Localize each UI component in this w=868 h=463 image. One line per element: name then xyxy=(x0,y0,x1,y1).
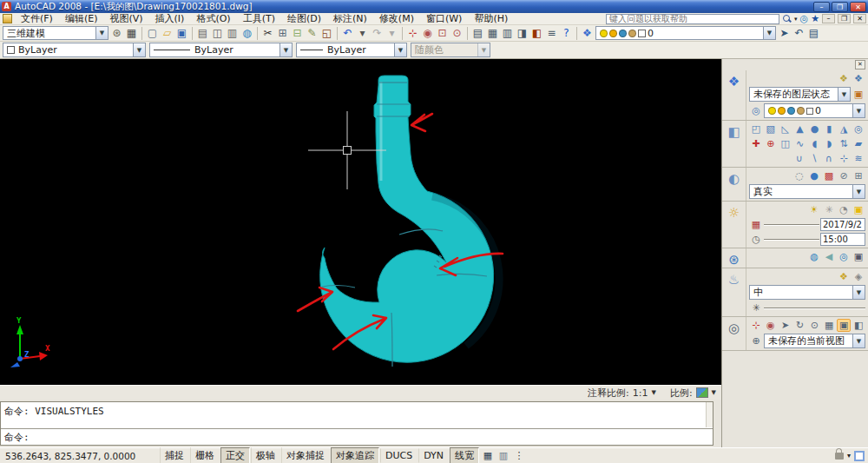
undo-icon[interactable]: ↶ xyxy=(340,26,355,40)
3ddwf-icon[interactable]: ◍ xyxy=(240,26,254,40)
layer-lock-icon[interactable] xyxy=(797,107,805,115)
menu-view[interactable]: 视图(V) xyxy=(103,13,148,24)
match-properties-icon[interactable]: ✎ xyxy=(305,26,319,40)
workspace-select[interactable]: 三维建模 ▼ xyxy=(3,26,108,40)
layer-states-manager-icon[interactable]: ❖ xyxy=(837,72,851,85)
torus-icon[interactable]: ◎ xyxy=(852,122,865,136)
model-space-icon[interactable]: ▦ xyxy=(481,450,495,462)
sheet-set-manager-icon[interactable]: ◨ xyxy=(515,26,529,40)
command-window[interactable]: 命令: VISUALSTYLES 命令: xyxy=(0,401,713,446)
make-layer-current-icon[interactable]: ➤ xyxy=(777,26,792,40)
new-spotlight-icon[interactable]: ✳ xyxy=(822,203,836,216)
help-search-input[interactable] xyxy=(606,14,779,24)
chevron-down-icon[interactable]: ▼ xyxy=(712,389,716,396)
loft-icon[interactable]: ◗ xyxy=(822,137,836,150)
help-icon[interactable]: ? xyxy=(559,26,574,40)
chevron-down-icon[interactable]: ▼ xyxy=(852,286,865,299)
face-color-icon[interactable]: ▩ xyxy=(822,169,836,182)
subtract-icon[interactable]: ∖ xyxy=(807,152,821,165)
union-icon[interactable]: ∪ xyxy=(792,152,806,165)
layer-freeze-icon[interactable] xyxy=(787,107,795,115)
layer-lock-icon[interactable] xyxy=(628,30,636,37)
chevron-down-icon[interactable]: ▼ xyxy=(852,185,865,198)
chevron-down-icon[interactable]: ▼ xyxy=(838,88,850,101)
materials-editor-icon[interactable]: ❖ xyxy=(837,270,851,283)
sphere-icon[interactable]: ● xyxy=(808,122,822,136)
doc-minimize-button[interactable]: – xyxy=(822,14,835,23)
color-select[interactable]: ByLayer ▼ xyxy=(3,43,146,57)
layers-manager-icon[interactable]: ❖ xyxy=(580,26,595,40)
render-quality-slider[interactable] xyxy=(764,304,865,312)
menu-format[interactable]: 格式(O) xyxy=(190,13,236,24)
chevron-down-icon[interactable]: ▼ xyxy=(394,43,406,56)
layer-state-save-icon[interactable]: ▣ xyxy=(852,88,865,101)
chevron-down-icon[interactable]: ▼ xyxy=(133,43,145,56)
designcenter-icon[interactable]: ▦ xyxy=(485,26,500,40)
lineweight-select[interactable]: ByLayer ▼ xyxy=(296,43,407,57)
layer-select[interactable]: 0 ▼ xyxy=(595,26,776,40)
annotation-scale-value[interactable]: 1:1 xyxy=(633,387,648,399)
layer-properties-icon[interactable]: ▤ xyxy=(806,26,821,40)
zoom-window-icon[interactable]: ⊡ xyxy=(435,26,450,40)
toggle-grid[interactable]: 栅格 xyxy=(190,447,220,463)
toggle-ducs[interactable]: DUCS xyxy=(380,448,418,463)
pan-icon[interactable]: ⊹ xyxy=(749,319,763,332)
toggle-polar[interactable]: 极轴 xyxy=(251,447,280,463)
menu-help[interactable]: 帮助(H) xyxy=(468,13,514,24)
extrude-icon[interactable]: ◫ xyxy=(779,137,792,150)
chevron-down-icon[interactable]: ▼ xyxy=(95,27,108,39)
realistic-style-icon[interactable]: ● xyxy=(807,169,821,182)
wireframe-style-icon[interactable]: ◌ xyxy=(792,169,806,182)
view-target-icon[interactable]: ⊕ xyxy=(749,334,763,347)
menu-insert[interactable]: 插入(I) xyxy=(149,13,191,24)
zoom-icon[interactable]: ◉ xyxy=(764,319,778,332)
render-window-icon[interactable]: ▣ xyxy=(852,250,865,263)
polysolid-icon[interactable]: ◰ xyxy=(749,122,763,136)
command-prompt[interactable]: 命令: xyxy=(1,429,713,445)
layer-freeze-icon[interactable] xyxy=(619,30,627,37)
sun-time-slider[interactable] xyxy=(764,235,819,243)
chevron-down-icon[interactable]: ▼ xyxy=(652,389,656,396)
materials-panel-icon[interactable]: ♨ xyxy=(728,272,740,316)
doc-close-button[interactable]: ✕ xyxy=(853,14,866,23)
quickcalc-icon[interactable]: ≡ xyxy=(544,26,559,40)
coordinate-display[interactable]: 536.2643, 825.3477, 0.0000 xyxy=(3,451,158,461)
visual-style-panel-icon[interactable]: ◐ xyxy=(728,171,740,201)
layer-previous-icon[interactable]: ↶ xyxy=(792,26,806,40)
chevron-down-icon[interactable]: ▼ xyxy=(279,43,292,56)
markup-set-manager-icon[interactable]: ◧ xyxy=(529,26,544,40)
3dmove-icon[interactable]: ⊹ xyxy=(837,152,851,165)
layer-sun-icon[interactable] xyxy=(778,107,786,115)
toolbar-lock-icon[interactable] xyxy=(835,453,844,460)
plot-preview-icon[interactable]: ◫ xyxy=(210,26,225,40)
workspace-settings-icon[interactable]: ⊛ xyxy=(109,26,124,40)
slice-icon[interactable]: ▰ xyxy=(852,137,865,150)
cut-icon[interactable]: ✂ xyxy=(260,26,275,40)
sun-status-icon[interactable]: ▣ xyxy=(852,203,865,216)
dashboard-layer-select[interactable]: 0 ▼ xyxy=(764,103,865,118)
toggle-ortho[interactable]: 正交 xyxy=(220,447,250,463)
search-icon[interactable] xyxy=(782,14,792,23)
chevron-down-icon[interactable]: ▼ xyxy=(852,334,865,347)
render-online-icon[interactable]: ◎ xyxy=(837,250,851,263)
3dalign-icon[interactable]: ≋ xyxy=(852,152,865,165)
ucs-axes-icon[interactable]: ✚ xyxy=(749,137,763,150)
sun-date-slider[interactable] xyxy=(764,221,819,228)
close-button[interactable]: ✕ xyxy=(850,2,866,12)
toggle-otrack[interactable]: 对象追踪 xyxy=(331,447,379,463)
menu-window[interactable]: 窗口(W) xyxy=(420,13,468,24)
swivel-icon[interactable]: ⊙ xyxy=(808,319,822,332)
layer-on-bulb-icon[interactable] xyxy=(600,30,608,37)
menu-file[interactable]: 文件(F) xyxy=(15,13,59,24)
menu-draw[interactable]: 绘图(D) xyxy=(281,13,327,24)
camera-icon[interactable]: ▦ xyxy=(822,319,836,332)
cone-icon[interactable]: ▲ xyxy=(793,122,807,136)
undo-dropdown-icon[interactable]: ▾ xyxy=(355,26,370,40)
chevron-down-icon[interactable]: ▼ xyxy=(852,104,865,117)
pyramid-icon[interactable]: ◮ xyxy=(837,122,851,136)
3d-make-panel-icon[interactable]: ◧ xyxy=(727,124,740,167)
redo-icon[interactable]: ↷ xyxy=(370,26,385,40)
menu-tools[interactable]: 工具(T) xyxy=(237,13,281,24)
menu-edit[interactable]: 编辑(E) xyxy=(59,13,104,24)
xray-mode-icon[interactable]: ⊘ xyxy=(837,169,851,182)
